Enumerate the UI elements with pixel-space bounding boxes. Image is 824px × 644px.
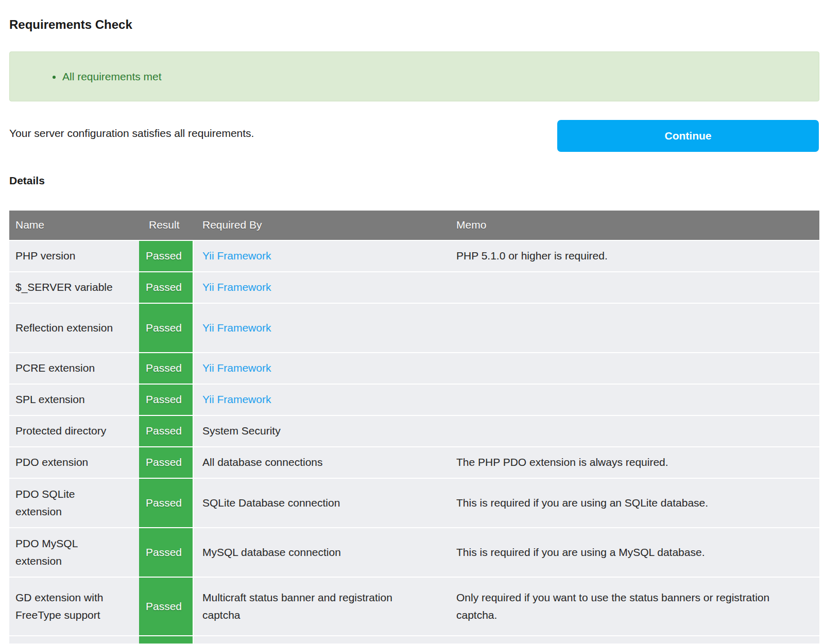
memo-text [450,416,819,446]
memo-text: This is required if you are using a MySQ… [450,528,819,577]
required-by-cell: Yii Framework [194,385,450,415]
requirement-name: PDO SQLite extension [9,479,139,527]
result-cell: Passed [139,447,194,478]
memo-text [450,272,819,303]
table-row: $_SERVER variable Passed Yii Framework [9,272,819,303]
required-by-link[interactable]: Yii Framework [202,319,271,337]
continue-button[interactable]: Continue [557,120,819,152]
required-by-link[interactable]: Yii Framework [202,391,271,408]
page-title: Requirements Check [9,0,819,32]
requirement-name: PDO MySQL extension [9,528,139,577]
required-by-cell: SQLite Database connection [194,479,450,527]
passed-badge: Passed [146,279,182,296]
required-by-link[interactable]: Yii Framework [202,359,271,377]
requirement-name: PDO extension [9,447,139,478]
success-alert: All requirements met [9,51,819,101]
table-row: PDO MySQL extension Passed MySQL databas… [9,528,819,577]
memo-text [450,385,819,415]
table-row: Reflection extension Passed Yii Framewor… [9,304,819,352]
required-by-cell: Yii Framework [194,353,450,384]
table-body: PHP version Passed Yii Framework PHP 5.1… [9,241,819,635]
requirements-check-page: Requirements Check All requirements met … [0,0,824,644]
memo-text [450,636,819,643]
requirement-name: Protected directory [9,416,139,446]
table-header-row: Name Result Required By Memo [9,211,819,240]
required-by-text: MySQL database connection [202,544,341,561]
memo-text: This is required if you are using an SQL… [450,479,819,527]
alert-list: All requirements met [10,71,162,83]
result-cell: Passed [139,353,194,384]
column-header-result: Result [139,211,194,240]
memo-text: Only required if you want to use the sta… [450,578,819,635]
required-by-cell: Multicraft status banner and registratio… [194,578,450,635]
required-by-cell: Yii Framework [194,241,450,271]
result-cell: Passed [139,416,194,446]
table-row: PCRE extension Passed Yii Framework [9,353,819,384]
table-row: SPL extension Passed Yii Framework [9,385,819,415]
column-header-name: Name [9,211,139,240]
required-by-cell: System Security [194,416,450,446]
required-by-text: System Security [202,422,281,440]
required-by-link[interactable]: Yii Framework [202,247,271,265]
requirement-name: SPL extension [9,385,139,415]
summary-row: Your server configuration satisfies all … [9,124,819,156]
passed-badge: Passed [146,454,182,471]
passed-badge: Passed [146,598,182,615]
result-cell: Passed [139,528,194,577]
table-row: PDO extension Passed All database connec… [9,447,819,478]
required-by-text: All database connections [202,454,323,471]
passed-badge: Passed [146,359,182,377]
table-row: Protected directory Passed System Securi… [9,416,819,446]
memo-text [450,353,819,384]
requirement-name: $_SERVER variable [9,272,139,303]
result-cell: Passed [139,272,194,303]
passed-badge: Passed [146,391,182,408]
required-by [194,636,450,643]
table-row: PHP version Passed Yii Framework PHP 5.1… [9,241,819,271]
requirement-name: PCRE extension [9,353,139,384]
summary-text: Your server configuration satisfies all … [9,124,524,140]
passed-badge: Passed [146,247,182,265]
table-row: PDO SQLite extension Passed SQLite Datab… [9,479,819,527]
required-by-cell: Yii Framework [194,304,450,352]
required-by-text: Multicraft status banner and registratio… [202,589,424,624]
requirement-name: GD extension with FreeType support [9,578,139,635]
result-cell: Passed [139,304,194,352]
memo-text: The PHP PDO extension is always required… [450,447,819,478]
column-header-memo: Memo [450,211,819,240]
result-cell: Passed [139,385,194,415]
passed-badge: Passed [146,422,182,440]
result-cell: Passed [139,578,194,635]
result-cell: Passed [139,479,194,527]
required-by-cell: MySQL database connection [194,528,450,577]
requirement-name [9,636,139,643]
required-by-cell: Yii Framework [194,272,450,303]
details-heading: Details [9,175,819,187]
requirement-name: Reflection extension [9,304,139,352]
required-by-link[interactable]: Yii Framework [202,279,271,296]
passed-badge: Passed [146,544,182,561]
passed-badge: Passed [146,319,182,337]
table-row: GD extension with FreeType support Passe… [9,578,819,635]
requirements-table: Name Result Required By Memo PHP version… [9,211,819,643]
memo-text: PHP 5.1.0 or higher is required. [450,241,819,271]
required-by-text: SQLite Database connection [202,494,340,512]
result-cell: Passed [139,241,194,271]
column-header-required-by: Required By [194,211,450,240]
requirement-name: PHP version [9,241,139,271]
result-cell [139,636,194,643]
table-row-partial [9,636,819,643]
required-by-cell: All database connections [194,447,450,478]
memo-text [450,304,819,352]
passed-badge: Passed [146,494,182,512]
alert-item: All requirements met [62,71,162,83]
